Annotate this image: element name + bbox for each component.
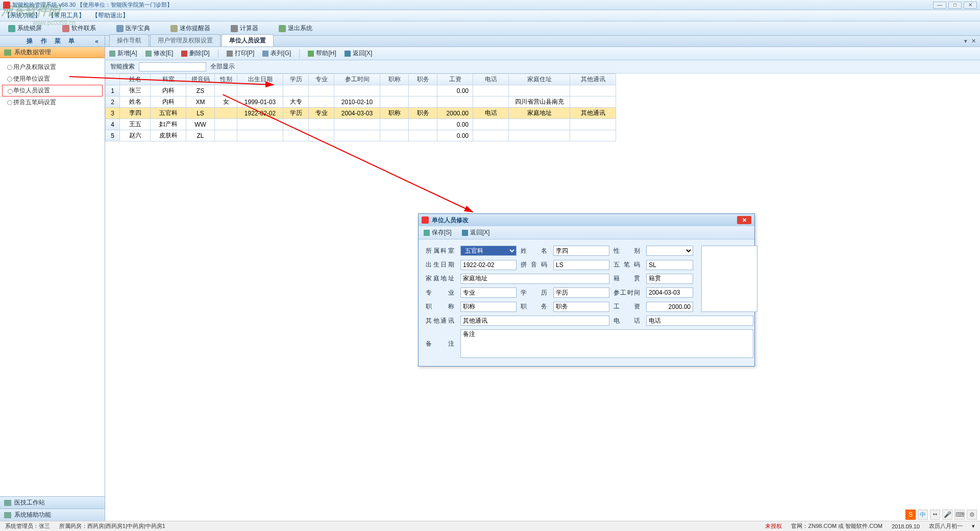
menu-help[interactable]: 【帮助退出】: [92, 11, 129, 20]
table-row[interactable]: 1张三内科ZS0.00: [106, 85, 616, 96]
toolbar-calc[interactable]: 计算器: [228, 23, 261, 34]
menu-system[interactable]: 【系统功能】: [4, 11, 41, 20]
toolbar-lock[interactable]: 系统锁屏: [5, 23, 45, 34]
table-cell: 0.00: [437, 85, 473, 96]
search-input[interactable]: [139, 62, 206, 71]
tab-user-mgmt[interactable]: 用户管理及权限设置: [150, 34, 220, 46]
col-header[interactable]: 参工时间: [334, 74, 380, 85]
table-row[interactable]: 2姓名内科XM女1999-01-03大专2010-02-10四川省营山县南充: [106, 96, 616, 108]
col-header[interactable]: [106, 74, 120, 85]
col-header[interactable]: 科室: [151, 74, 186, 85]
table-row[interactable]: 3李四五官科LS1922-02-02学历专业2004-03-03职称职务2000…: [106, 108, 616, 119]
table-row[interactable]: 4王五妇产科WW0.00: [106, 119, 616, 130]
col-header[interactable]: 电话: [473, 74, 509, 85]
menu-tools[interactable]: 【常用工具】: [48, 11, 85, 20]
sidebar-collapse-icon[interactable]: «: [95, 38, 102, 45]
bell-icon: [170, 25, 178, 32]
table-cell: [509, 119, 570, 130]
field-dept[interactable]: 五官科: [460, 246, 517, 256]
ime-punct-icon[interactable]: ••: [930, 510, 940, 520]
col-header[interactable]: 姓名: [120, 74, 151, 85]
maximize-button[interactable]: □: [948, 2, 962, 9]
col-header[interactable]: 学历: [283, 74, 309, 85]
field-wb[interactable]: [646, 260, 693, 270]
field-edu[interactable]: [553, 287, 609, 298]
field-spec[interactable]: [460, 287, 517, 298]
table-cell: [473, 96, 509, 108]
col-header[interactable]: 性别: [215, 74, 237, 85]
lbl-dept: 所属科室: [426, 247, 456, 255]
table-cell: 职称: [380, 108, 409, 119]
col-header[interactable]: 职务: [409, 74, 437, 85]
sub-toolbar: 新增[A] 修改[E] 删除[D] 打印[P] 表列[G] 帮助[H] 返回[X…: [105, 47, 980, 60]
btn-columns[interactable]: 表列[G]: [262, 49, 291, 58]
content-area: 操作导航 用户管理及权限设置 单位人员设置 ▾ ✕ 新增[A] 修改[E] 删除…: [105, 36, 980, 521]
field-native[interactable]: [646, 274, 693, 284]
table-cell: [237, 85, 283, 96]
tab-close-icon[interactable]: ✕: [971, 38, 976, 44]
lbl-addr: 家庭地址: [426, 274, 456, 283]
dialog-title: 单位人员修改: [432, 216, 469, 225]
close-button[interactable]: ✕: [964, 2, 977, 9]
toolbar-contact[interactable]: 软件联系: [59, 23, 99, 34]
btn-print[interactable]: 打印[P]: [227, 49, 255, 58]
col-header[interactable]: 专业: [309, 74, 334, 85]
btn-add[interactable]: 新增[A]: [109, 49, 137, 58]
sidebar-aux[interactable]: 系统辅助功能: [0, 509, 105, 521]
btn-help[interactable]: 帮助[H]: [308, 49, 336, 58]
dialog-close-button[interactable]: ✕: [737, 216, 751, 224]
ime-settings-icon[interactable]: ⚙: [967, 510, 977, 520]
show-all-link[interactable]: 全部显示: [210, 62, 235, 71]
field-other[interactable]: [460, 316, 609, 326]
minimize-button[interactable]: —: [933, 2, 946, 9]
field-title[interactable]: [460, 302, 517, 312]
toolbar-exit[interactable]: 退出系统: [276, 23, 315, 34]
col-header[interactable]: 拼音码: [186, 74, 215, 85]
sidebar-medical-station[interactable]: 医技工作站: [0, 496, 105, 509]
tab-dropdown-icon[interactable]: ▾: [964, 38, 967, 44]
field-py[interactable]: [553, 260, 609, 270]
lbl-duty: 职 务: [521, 302, 549, 311]
field-work[interactable]: [646, 287, 693, 298]
toolbar-reminder[interactable]: 迷你提醒器: [167, 23, 213, 34]
help-icon: [308, 51, 314, 57]
col-header[interactable]: 其他通讯: [570, 74, 616, 85]
table-cell: 赵六: [120, 130, 151, 141]
ime-keyboard-icon[interactable]: ⌨: [954, 510, 965, 520]
field-sex[interactable]: [646, 246, 693, 256]
field-addr[interactable]: [460, 274, 609, 284]
btn-delete[interactable]: 删除[D]: [181, 49, 209, 58]
tree-item-personnel[interactable]: 单位人员设置: [2, 85, 103, 96]
tree-item-pinyin[interactable]: 拼音五笔码设置: [2, 96, 103, 108]
col-header[interactable]: 出生日期: [237, 74, 283, 85]
btn-return[interactable]: 返回[X]: [345, 49, 373, 58]
status-dropdown-icon[interactable]: ▾: [972, 523, 975, 529]
table-cell: 专业: [309, 108, 334, 119]
ime-mic-icon[interactable]: 🎤: [942, 510, 952, 520]
tab-navigation[interactable]: 操作导航: [109, 34, 149, 46]
field-duty[interactable]: [553, 302, 609, 312]
photo-placeholder[interactable]: [701, 246, 757, 312]
field-tel[interactable]: [646, 316, 753, 326]
col-header[interactable]: 职称: [380, 74, 409, 85]
field-birth[interactable]: [460, 260, 517, 270]
sidebar-section-sysdata[interactable]: 系统数据管理: [0, 47, 105, 58]
dialog-return-button[interactable]: 返回[X]: [462, 228, 490, 237]
app-icon: [3, 2, 10, 9]
table-cell: 2000.00: [437, 108, 473, 119]
toolbar-medical[interactable]: 医学宝典: [113, 23, 153, 34]
tab-personnel[interactable]: 单位人员设置: [222, 34, 274, 46]
ime-sogou-icon[interactable]: S: [905, 510, 916, 520]
dialog-titlebar[interactable]: 单位人员修改 ✕: [419, 214, 754, 226]
tree-item-users[interactable]: 用户及权限设置: [2, 61, 103, 73]
dialog-save-button[interactable]: 保存[S]: [424, 228, 452, 237]
field-remark[interactable]: [460, 329, 753, 358]
field-salary[interactable]: [646, 302, 693, 312]
col-header[interactable]: 家庭住址: [509, 74, 570, 85]
col-header[interactable]: 工资: [437, 74, 473, 85]
ime-cn-icon[interactable]: 中: [918, 510, 928, 520]
table-row[interactable]: 5赵六皮肤科ZL0.00: [106, 130, 616, 141]
btn-edit[interactable]: 修改[E]: [145, 49, 174, 58]
tree-item-units[interactable]: 使用单位设置: [2, 73, 103, 85]
field-name[interactable]: [553, 246, 609, 256]
